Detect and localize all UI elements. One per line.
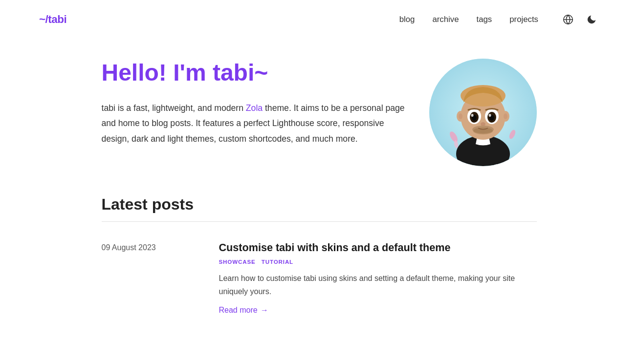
post-date: 09 August 2023 (102, 241, 180, 315)
svg-point-20 (473, 128, 493, 134)
post-item: 09 August 2023 Customise tabi with skins… (102, 241, 537, 315)
hero-section: Hello! I'm tabi~ tabi is a fast, lightwe… (102, 59, 537, 166)
language-toggle-button[interactable] (561, 12, 575, 27)
post-title: Customise tabi with skins and a default … (219, 241, 537, 254)
latest-posts-section: Latest posts 09 August 2023 Customise ta… (102, 195, 537, 315)
section-divider (102, 221, 537, 222)
nav-item-blog[interactable]: blog (399, 15, 415, 24)
globe-icon (563, 14, 573, 25)
svg-point-21 (459, 113, 462, 119)
post-tag: TUTORIAL (262, 259, 293, 265)
hero-text: Hello! I'm tabi~ tabi is a fast, lightwe… (102, 59, 410, 147)
latest-posts-title: Latest posts (102, 195, 537, 214)
post-tag: SHOWCASE (219, 259, 256, 265)
post-content: Customise tabi with skins and a default … (219, 241, 537, 315)
nav-item-projects[interactable]: projects (509, 15, 538, 24)
post-excerpt: Learn how to customise tabi using skins … (219, 272, 537, 298)
hero-title: Hello! I'm tabi~ (102, 59, 410, 87)
posts-list: 09 August 2023 Customise tabi with skins… (102, 241, 537, 315)
nav-icon-group (561, 12, 599, 27)
zola-link[interactable]: Zola (246, 103, 263, 113)
latest-posts-header: Latest posts (102, 195, 537, 214)
nav-item-archive[interactable]: archive (432, 15, 459, 24)
post-tags: SHOWCASETUTORIAL (219, 259, 537, 265)
svg-point-16 (471, 114, 473, 117)
main-nav: blogarchivetagsprojects (399, 15, 538, 24)
svg-point-22 (504, 113, 507, 119)
hero-desc-prefix: tabi is a fast, lightweight, and modern (102, 103, 246, 113)
main-content: Hello! I'm tabi~ tabi is a fast, lightwe… (63, 39, 576, 364)
read-more-link[interactable]: Read more → (219, 306, 268, 315)
hero-description: tabi is a fast, lightweight, and modern … (102, 101, 410, 147)
site-logo[interactable]: ~/tabi (39, 13, 66, 26)
svg-point-17 (488, 114, 491, 117)
nav-item-tags[interactable]: tags (477, 15, 492, 24)
site-header: ~/tabi blogarchivetagsprojects (0, 0, 638, 39)
svg-point-18 (481, 122, 485, 126)
avatar-illustration (429, 59, 537, 166)
hero-avatar (429, 59, 537, 166)
read-more-arrow: → (261, 306, 268, 315)
moon-icon (586, 14, 597, 25)
read-more-label: Read more (219, 306, 258, 315)
dark-mode-toggle-button[interactable] (584, 12, 599, 27)
